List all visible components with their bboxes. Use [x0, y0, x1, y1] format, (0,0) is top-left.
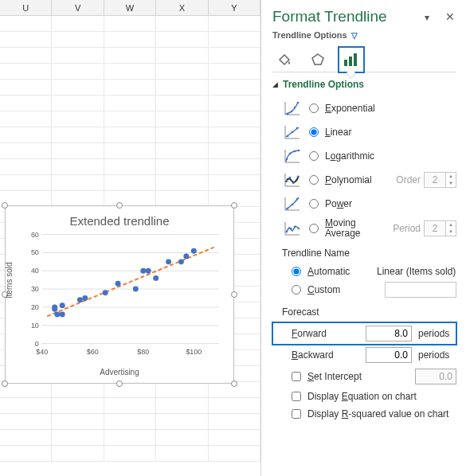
- svg-point-50: [298, 150, 300, 152]
- svg-line-18: [47, 248, 214, 317]
- section-trendline-options[interactable]: ◢ Trendline Options: [272, 79, 456, 90]
- opt-linear[interactable]: Linear: [272, 120, 456, 144]
- name-automatic-row[interactable]: Automatic Linear (Items sold): [272, 263, 456, 279]
- svg-text:$40: $40: [36, 348, 48, 356]
- svg-point-55: [287, 208, 289, 210]
- custom-name-input[interactable]: [385, 282, 456, 298]
- col-header[interactable]: W: [104, 0, 156, 15]
- polynomial-icon: [282, 170, 303, 189]
- svg-text:$60: $60: [87, 348, 99, 356]
- forward-input[interactable]: [366, 326, 412, 341]
- format-trendline-pane: Format Trendline ▾ ✕ Trendline Options ▽…: [260, 0, 466, 476]
- periods-unit: periods: [418, 328, 456, 339]
- set-intercept-row[interactable]: Set Intercept: [272, 365, 456, 388]
- tab-trendline-options[interactable]: [339, 48, 363, 72]
- forecast-head: Forecast: [282, 306, 456, 318]
- svg-point-34: [183, 254, 189, 259]
- opt-power[interactable]: Power: [272, 192, 456, 216]
- svg-point-59: [290, 228, 292, 230]
- chart-plot-area[interactable]: Items sold 0102030405060$40$60$80$100: [20, 231, 225, 366]
- opt-moving-average[interactable]: MovingAverage Period ▲▼: [272, 216, 456, 241]
- svg-point-24: [77, 297, 83, 302]
- svg-point-30: [146, 268, 151, 274]
- pentagon-icon: [310, 52, 326, 68]
- svg-point-29: [140, 268, 146, 274]
- trendline-options-drop[interactable]: Trendline Options ▽: [272, 30, 456, 40]
- resize-handle[interactable]: [2, 380, 8, 387]
- tab-fill-line[interactable]: [272, 48, 296, 72]
- svg-point-23: [60, 302, 65, 308]
- svg-point-44: [287, 135, 289, 138]
- paint-bucket-icon: [276, 52, 292, 68]
- svg-point-60: [294, 226, 296, 228]
- resize-handle[interactable]: [116, 202, 123, 209]
- opt-polynomial[interactable]: Polynomial Order ▲▼: [272, 168, 456, 192]
- svg-point-41: [294, 107, 296, 109]
- resize-handle[interactable]: [231, 380, 237, 387]
- period-spinner: ▲▼: [424, 220, 456, 236]
- radio-linear[interactable]: [309, 127, 319, 137]
- backward-input[interactable]: [366, 347, 412, 363]
- radio-custom[interactable]: [292, 285, 301, 295]
- chart-svg: 0102030405060$40$60$80$100: [20, 231, 225, 366]
- col-header[interactable]: X: [156, 0, 208, 15]
- backward-row: Backward periods: [272, 345, 456, 365]
- opt-logarithmic[interactable]: Logarithmic: [272, 144, 456, 168]
- resize-handle[interactable]: [231, 202, 237, 209]
- svg-text:$100: $100: [186, 348, 202, 356]
- svg-point-40: [291, 111, 293, 113]
- checkbox-display-equation[interactable]: [292, 392, 301, 401]
- radio-polynomial[interactable]: [309, 175, 319, 185]
- radio-power[interactable]: [309, 199, 319, 209]
- chart-title[interactable]: Extended trendline: [6, 206, 233, 231]
- col-header[interactable]: V: [52, 0, 104, 15]
- svg-text:10: 10: [31, 322, 39, 330]
- caret-icon: ◢: [272, 80, 278, 88]
- order-label: Order: [396, 174, 421, 185]
- spin-up-icon: ▲: [446, 221, 456, 228]
- svg-text:0: 0: [35, 340, 39, 348]
- svg-point-46: [296, 127, 299, 130]
- tab-effects[interactable]: [306, 48, 330, 72]
- resize-handle[interactable]: [2, 202, 8, 209]
- svg-point-49: [294, 150, 296, 153]
- x-axis-label[interactable]: Advertising: [6, 366, 233, 377]
- svg-text:$80: $80: [137, 348, 149, 356]
- svg-text:20: 20: [31, 303, 39, 311]
- order-spinner: ▲▼: [424, 172, 456, 188]
- set-intercept-input: [415, 369, 456, 384]
- svg-point-35: [191, 248, 197, 254]
- svg-point-27: [116, 281, 121, 287]
- logarithmic-icon: [282, 146, 303, 166]
- svg-rect-37: [349, 57, 352, 66]
- spin-down-icon: ▼: [446, 228, 456, 236]
- svg-text:60: 60: [31, 231, 39, 239]
- close-icon[interactable]: ✕: [444, 10, 456, 23]
- pane-dropdown-icon[interactable]: ▾: [425, 12, 434, 21]
- display-equation-row[interactable]: Display Equation on chart: [272, 388, 456, 405]
- svg-point-61: [298, 228, 300, 230]
- col-header[interactable]: Y: [209, 0, 260, 15]
- radio-moving-average[interactable]: [309, 224, 319, 233]
- svg-point-56: [292, 204, 294, 206]
- svg-point-42: [297, 102, 300, 104]
- display-r2-row[interactable]: Display R-squared value on chart: [272, 405, 456, 423]
- radio-logarithmic[interactable]: [309, 151, 319, 161]
- column-headers: U V W X Y: [0, 0, 260, 16]
- name-custom-row[interactable]: Custom: [272, 279, 456, 300]
- y-axis-label[interactable]: Items sold: [5, 262, 14, 298]
- resize-handle[interactable]: [116, 380, 123, 387]
- checkbox-display-r2[interactable]: [292, 409, 301, 419]
- col-header[interactable]: U: [0, 0, 52, 15]
- svg-text:50: 50: [31, 248, 39, 256]
- embedded-chart[interactable]: Extended trendline Items sold 0102030405…: [5, 205, 234, 384]
- svg-point-26: [103, 290, 108, 295]
- radio-automatic[interactable]: [292, 267, 301, 276]
- svg-point-20: [52, 306, 57, 312]
- opt-exponential[interactable]: Exponential: [272, 96, 456, 120]
- checkbox-set-intercept[interactable]: [292, 372, 301, 381]
- resize-handle[interactable]: [231, 291, 237, 298]
- radio-exponential[interactable]: [309, 103, 319, 113]
- svg-point-54: [297, 176, 300, 178]
- trendline-name-head: Trendline Name: [282, 248, 456, 259]
